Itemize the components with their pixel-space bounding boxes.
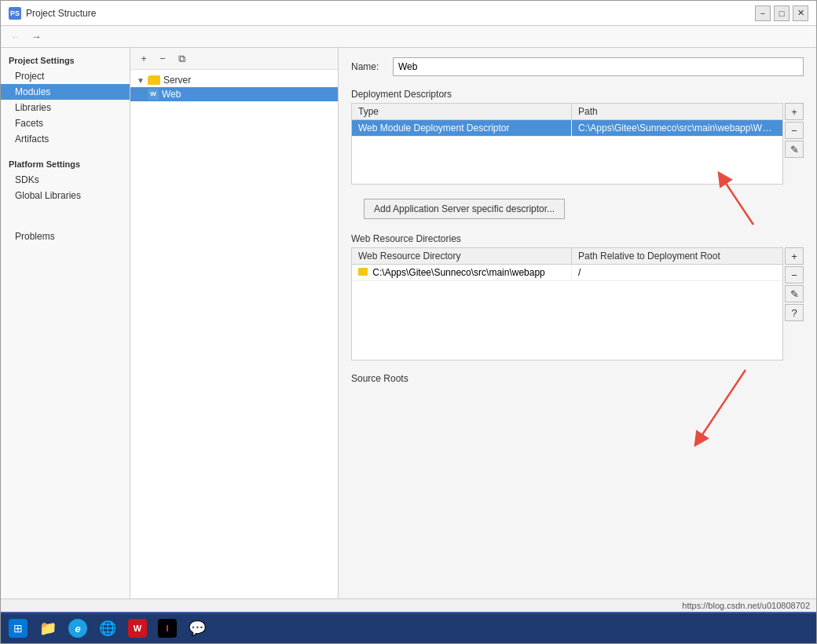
folder-small-icon (358, 268, 368, 276)
title-bar-controls: − □ ✕ (755, 5, 808, 21)
sidebar-item-problems[interactable]: Problems (1, 229, 130, 244)
tree-panel: + − ⧉ ▼ Server W Web (130, 48, 339, 612)
deployment-table-header: Type Path (352, 104, 782, 120)
ie-icon: e (68, 619, 87, 638)
app-icon: PS (9, 7, 21, 20)
sidebar: Project Settings Project Modules Librari… (1, 48, 130, 612)
sidebar-item-sdks[interactable]: SDKs (1, 172, 130, 188)
taskbar-ie-button[interactable]: e (64, 616, 92, 641)
title-bar-left: PS Project Structure (9, 7, 96, 20)
add-descriptor-container: Add Application Server specific descript… (339, 191, 816, 227)
remove-resource-button[interactable]: − (785, 266, 804, 284)
explorer-icon: 📁 (38, 619, 57, 638)
deployment-table-wrapper: Type Path Web Module Deployment Descript… (351, 103, 804, 185)
taskbar-wechat-button[interactable]: 💬 (183, 616, 211, 641)
source-roots-title: Source Roots (339, 367, 816, 387)
resource-table: Web Resource Directory Path Relative to … (351, 247, 783, 360)
deployment-descriptors-title: Deployment Descriptors (339, 89, 816, 103)
chrome-icon: 🌐 (98, 619, 117, 638)
resource-table-header: Web Resource Directory Path Relative to … (352, 248, 782, 265)
help-resource-button[interactable]: ? (785, 304, 804, 321)
main-panel: Name: Deployment Descriptors Type Path W… (339, 48, 816, 612)
tree-item-server-label: Server (163, 75, 191, 86)
resource-dir-cell: C:\Apps\Gitee\Sunneco\src\main\webapp (352, 265, 572, 280)
main-content: Project Settings Project Modules Librari… (1, 48, 816, 612)
taskbar-chrome-button[interactable]: 🌐 (93, 616, 122, 641)
name-section: Name: (339, 48, 816, 89)
resource-table-body (352, 281, 782, 360)
resource-table-row[interactable]: C:\Apps\Gitee\Sunneco\src\main\webapp / (352, 265, 782, 281)
edit-resource-button[interactable]: ✎ (785, 285, 804, 302)
project-structure-window: PS Project Structure − □ ✕ ← → Project S… (0, 0, 817, 644)
minimize-button[interactable]: − (755, 5, 771, 21)
taskbar: ⊞ 📁 e 🌐 W I (1, 612, 816, 643)
tree-item-web[interactable]: W Web (130, 87, 338, 101)
windows-icon: ⊞ (9, 619, 27, 638)
resource-path-column-header: Path Relative to Deployment Root (572, 248, 782, 264)
resource-path-cell: / (572, 265, 782, 280)
name-row: Name: (351, 57, 804, 76)
web-resource-title: Web Resource Directories (339, 227, 816, 247)
add-descriptor-button[interactable]: Add Application Server specific descript… (364, 199, 565, 219)
close-button[interactable]: ✕ (793, 5, 808, 21)
deployment-table-body (352, 137, 782, 184)
project-settings-title: Project Settings (1, 48, 130, 68)
taskbar-start-button[interactable]: ⊞ (4, 616, 32, 641)
resource-dir-column-header: Web Resource Directory (352, 248, 572, 264)
window-title: Project Structure (26, 8, 96, 19)
taskbar-wps-button[interactable]: W (123, 616, 152, 641)
status-url: https://blog.csdn.net/u010808702 (682, 601, 810, 610)
nav-bar: ← → (1, 26, 816, 48)
sidebar-item-facets[interactable]: Facets (1, 115, 130, 131)
expand-icon: ▼ (137, 76, 145, 85)
tree-content: ▼ Server W Web (130, 70, 338, 612)
path-column-header: Path (572, 104, 782, 119)
idea-icon: I (158, 619, 177, 638)
type-column-header: Type (352, 104, 572, 119)
taskbar-idea-button[interactable]: I (153, 616, 181, 641)
edit-deployment-button[interactable]: ✎ (785, 141, 804, 158)
table-row[interactable]: Web Module Deployment Descriptor C:\Apps… (352, 120, 782, 137)
folder-icon (148, 75, 160, 85)
sidebar-item-global-libraries[interactable]: Global Libraries (1, 188, 130, 203)
platform-settings-title: Platform Settings (1, 147, 130, 172)
sidebar-item-project[interactable]: Project (1, 68, 130, 84)
web-module-icon: W (148, 89, 159, 100)
tree-remove-button[interactable]: − (154, 51, 171, 67)
wps-icon: W (128, 619, 147, 638)
add-resource-button[interactable]: + (785, 247, 804, 265)
wechat-icon: 💬 (188, 619, 207, 638)
forward-button[interactable]: → (27, 29, 45, 45)
tree-add-button[interactable]: + (135, 51, 152, 67)
tree-item-web-label: Web (162, 89, 181, 100)
sidebar-item-artifacts[interactable]: Artifacts (1, 131, 130, 147)
sidebar-item-modules[interactable]: Modules (1, 84, 130, 100)
type-cell: Web Module Deployment Descriptor (352, 120, 572, 136)
title-bar: PS Project Structure − □ ✕ (1, 1, 816, 26)
remove-deployment-button[interactable]: − (785, 122, 804, 139)
tree-toolbar: + − ⧉ (130, 48, 338, 70)
deployment-side-buttons: + − ✎ (785, 103, 804, 158)
resource-side-buttons: + − ✎ ? (785, 247, 804, 321)
resource-table-wrapper: Web Resource Directory Path Relative to … (351, 247, 804, 360)
taskbar-explorer-button[interactable]: 📁 (34, 616, 62, 641)
add-deployment-button[interactable]: + (785, 103, 804, 120)
status-bar: https://blog.csdn.net/u010808702 (1, 598, 816, 612)
sidebar-item-libraries[interactable]: Libraries (1, 100, 130, 115)
path-cell: C:\Apps\Gitee\Sunneco\src\main\webapp\WE… (572, 120, 782, 136)
name-input[interactable] (393, 57, 804, 76)
back-button[interactable]: ← (7, 29, 24, 45)
tree-copy-button[interactable]: ⧉ (173, 51, 190, 67)
name-label: Name: (351, 61, 387, 72)
maximize-button[interactable]: □ (774, 5, 790, 21)
problems-label (1, 203, 130, 229)
tree-item-server[interactable]: ▼ Server (130, 73, 338, 87)
deployment-table: Type Path Web Module Deployment Descript… (351, 103, 783, 185)
